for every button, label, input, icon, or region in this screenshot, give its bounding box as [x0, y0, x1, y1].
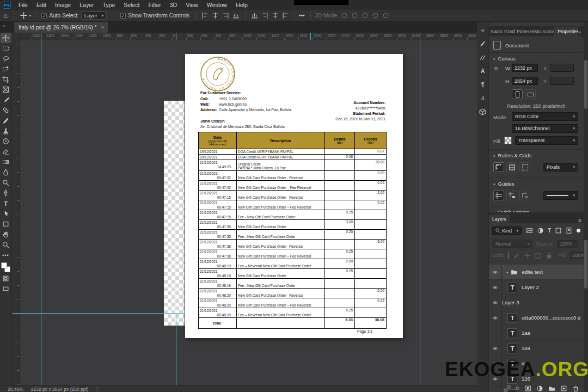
layer-mask-icon[interactable] — [524, 385, 531, 392]
brush-settings-icon[interactable] — [477, 38, 488, 50]
panel-scrollbar[interactable] — [584, 22, 588, 392]
collapse-panels-icon[interactable]: « — [477, 24, 488, 36]
group-expand-icon[interactable]: ▾ — [502, 269, 511, 275]
layer-row[interactable]: T1aa — [489, 326, 584, 341]
lasso-tool[interactable] — [1, 53, 11, 64]
properties-menu-icon[interactable]: ≡ — [578, 30, 584, 36]
show-transform-checkbox[interactable]: ✓ — [120, 13, 126, 19]
filter-type-layers-icon[interactable]: T — [548, 228, 551, 234]
home-icon[interactable]: ⌂ — [3, 11, 8, 20]
blur-tool[interactable] — [1, 167, 11, 177]
new-layer-icon[interactable] — [560, 385, 567, 392]
guide-vertical-mid[interactable] — [176, 313, 176, 385]
layer-visibility-toggle[interactable] — [489, 265, 502, 280]
layer-row[interactable]: Layer 3 — [489, 295, 584, 310]
fill-swatch[interactable] — [504, 137, 512, 144]
distribute-right-icon[interactable] — [272, 12, 279, 19]
auto-select-checkbox[interactable]: ✓ — [41, 13, 47, 19]
canvas-height-field[interactable]: 2854 px — [512, 77, 538, 85]
tab-properties[interactable]: Properties — [554, 27, 578, 36]
layer-visibility-toggle[interactable] — [489, 295, 502, 310]
new-group-icon[interactable] — [548, 385, 555, 392]
layer-effects-icon[interactable]: fx — [516, 385, 519, 391]
layers-menu-icon[interactable]: ≡ — [578, 217, 584, 223]
ruler-origin-corner[interactable] — [12, 33, 20, 40]
lock-artboard-icon[interactable] — [535, 252, 542, 259]
filter-adjustment-layers-icon[interactable] — [537, 227, 544, 234]
frame-tool[interactable] — [1, 84, 11, 95]
guide-vertical-left[interactable] — [41, 33, 41, 385]
edit-toolbar[interactable]: ••• — [1, 250, 11, 260]
adjustment-layer-icon[interactable] — [536, 385, 543, 392]
tab-swatc[interactable]: Swatc — [489, 27, 503, 36]
toggle-guides-button[interactable] — [493, 191, 504, 200]
more-options-icon[interactable]: ••• — [299, 13, 305, 19]
layer-filter-dropdown[interactable]: Kind▾ — [492, 226, 522, 235]
toolbar-expand-icon[interactable]: » — [3, 23, 5, 29]
move-tool-option-icon[interactable] — [20, 12, 27, 19]
glyphs-panel-icon[interactable]: A — [477, 92, 488, 104]
layer-visibility-toggle[interactable] — [489, 326, 502, 341]
menu-edit[interactable]: Edit — [32, 1, 51, 9]
filter-shape-layers-icon[interactable] — [555, 227, 562, 234]
crop-tool[interactable] — [1, 74, 11, 84]
align-right-icon[interactable] — [222, 12, 229, 19]
menu-layer[interactable]: Layer — [75, 1, 98, 9]
horizontal-ruler[interactable]: 2000180016001400120010008006004002000200… — [20, 33, 477, 40]
properties-scroll-handle[interactable] — [584, 60, 587, 109]
filter-smart-objects-icon[interactable] — [566, 227, 573, 234]
paragraph-panel-icon[interactable]: ¶ — [477, 78, 488, 90]
menu-filter[interactable]: Filter — [144, 1, 165, 9]
layer-visibility-toggle[interactable] — [489, 341, 502, 356]
brushes-icon[interactable] — [477, 51, 488, 63]
menu-file[interactable]: File — [14, 1, 32, 9]
character-panel-icon[interactable]: A — [477, 65, 488, 77]
clear-guides-button[interactable] — [519, 191, 530, 200]
quick-mask-icon[interactable] — [1, 273, 11, 284]
tab-histo[interactable]: Histo — [529, 27, 541, 36]
menu-help[interactable]: Help — [231, 1, 252, 9]
tab-action[interactable]: Action — [541, 27, 554, 36]
lock-transparency-icon[interactable] — [508, 253, 509, 259]
delete-layer-icon[interactable] — [572, 385, 579, 392]
lock-all-icon[interactable] — [546, 252, 553, 259]
lock-position-icon[interactable] — [524, 252, 531, 259]
layer-row[interactable]: TLayer 2 — [489, 280, 584, 295]
menu-view[interactable]: View — [181, 1, 203, 9]
menu-select[interactable]: Select — [119, 1, 144, 9]
eraser-tool[interactable] — [1, 146, 11, 157]
guide-vertical-mid-ruler-tick[interactable] — [176, 33, 176, 40]
guide-horizontal[interactable] — [12, 313, 185, 314]
menu-type[interactable]: Type — [98, 1, 119, 9]
path-selection-tool[interactable] — [1, 209, 11, 219]
zoom-tool[interactable] — [1, 240, 11, 250]
link-layers-icon[interactable] — [504, 385, 511, 392]
zoom-level[interactable]: 26.46% — [8, 387, 23, 392]
orientation-portrait-button[interactable] — [512, 89, 523, 99]
lock-pixels-icon[interactable] — [513, 252, 520, 259]
orientation-landscape-button[interactable] — [525, 89, 536, 99]
lock-guides-button[interactable] — [506, 191, 517, 200]
marquee-tool[interactable] — [1, 43, 11, 53]
layer-visibility-toggle[interactable] — [489, 280, 502, 295]
history-brush-tool[interactable] — [1, 136, 11, 146]
status-chevron-icon[interactable]: 〉 — [96, 386, 101, 392]
toggle-grid-button[interactable] — [506, 162, 517, 172]
layer-row[interactable]: ▾edite text — [489, 265, 584, 280]
distribute-left-icon[interactable] — [251, 12, 258, 19]
pen-tool[interactable] — [1, 188, 11, 198]
photoshop-logo-icon[interactable]: Ps — [3, 2, 11, 9]
guide-vertical-right[interactable] — [420, 33, 420, 385]
guides-section-header[interactable]: ▾Guides — [489, 181, 584, 187]
toggle-rulers-button[interactable] — [493, 162, 504, 172]
layer-visibility-toggle[interactable] — [489, 310, 502, 326]
color-swatches[interactable] — [1, 262, 11, 273]
link-dimensions-icon[interactable]: ⧉ — [494, 65, 501, 72]
object-selection-tool[interactable] — [1, 64, 11, 74]
document-tab[interactable]: Italy id.psd @ 26.7% (RGB/16) * × — [14, 22, 109, 33]
eyedropper-tool[interactable] — [1, 95, 11, 105]
distribute-v-icon[interactable] — [282, 12, 289, 19]
ruler-units-dropdown[interactable]: Pixels▾ — [543, 163, 578, 171]
distribute-center-icon[interactable] — [261, 12, 268, 19]
menu-3d[interactable]: 3D — [166, 1, 181, 9]
